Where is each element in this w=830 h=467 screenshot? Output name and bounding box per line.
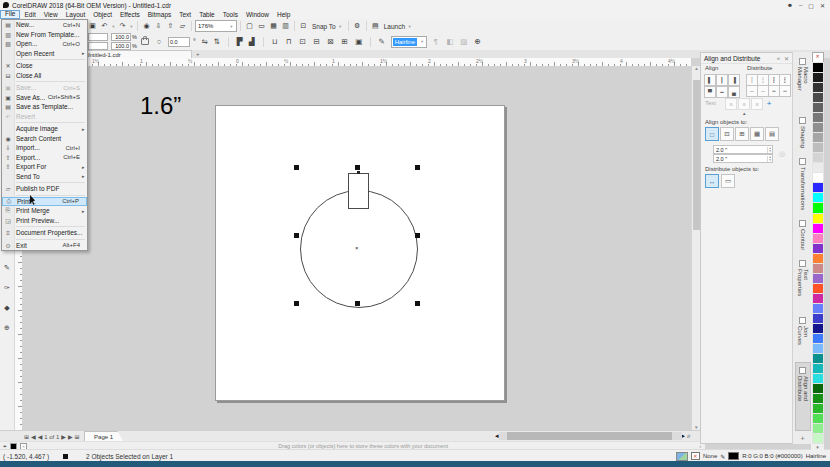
mirror-vertical-button[interactable]: ⇅ [211,36,223,48]
fill-status-label[interactable]: None [703,453,717,459]
docker-tab-join-curves[interactable]: Join Curves [796,313,810,360]
object-position-x-field[interactable] [88,33,108,41]
menu-file[interactable]: File [0,10,20,19]
options-button[interactable]: ⚙ [352,21,363,32]
outline-width-combo[interactable]: Hairline ▾ [391,36,427,48]
add-docker-tab-button[interactable]: + [798,433,806,444]
rectangle-node[interactable] [357,171,360,174]
align-bottom-button[interactable]: ▄ [728,86,740,98]
edit-fill-button[interactable]: ◧ [444,36,456,48]
document-color-profile-icon[interactable] [676,452,688,461]
close-button[interactable]: ✕ [820,2,825,9]
transparency-tool[interactable]: ⊕ [1,322,13,334]
menu-text[interactable]: Text [175,11,195,19]
align-to-grid-button[interactable]: ▦ [750,127,764,141]
spinner-down-icon[interactable]: ▾ [768,150,772,153]
file-menu-new-from-template[interactable]: ▥New From Template... [2,30,87,40]
align-to-page-edge-button[interactable]: ⊡ [720,127,734,141]
menu-object[interactable]: Object [89,11,116,19]
text-baseline-first-button[interactable]: ≡ [725,98,737,110]
menu-table[interactable]: Table [195,11,219,19]
minimize-button[interactable]: – [799,2,802,8]
align-center-horizontal-button[interactable]: ┃ [716,74,728,86]
distribute-to-selection-button[interactable]: ↔ [705,174,719,188]
show-grid-button[interactable]: ▦ [268,21,279,32]
selection-handle[interactable] [415,165,420,170]
snap-to-button[interactable]: Snap To▾ [310,23,345,30]
outline-color-label[interactable]: R:0 G:0 B:0 (#000000) [742,453,802,459]
outline-color-swatch[interactable] [728,452,739,460]
menu-edit[interactable]: Edit [20,11,39,19]
publish-pdf-button[interactable]: ▱ [177,21,188,32]
chevron-down-icon[interactable]: ▾ [129,24,134,29]
chevron-down-icon[interactable]: ▾ [111,24,116,29]
specify-point-button[interactable]: ◎ [777,147,787,161]
first-page-icon[interactable]: ◀ [31,433,36,440]
pen-tool[interactable]: ✎ [1,262,13,274]
restore-button[interactable]: ▢ [808,2,814,9]
file-menu-save-as[interactable]: ▣Save As...Ctrl+Shift+S [2,93,87,103]
object-position-y-field[interactable] [88,42,108,50]
new-document-tab-button[interactable]: + [196,51,200,57]
lock-ratio-icon[interactable] [141,38,149,45]
selection-handle[interactable] [355,165,360,170]
spinner-down-icon[interactable]: ▾ [768,159,772,162]
selection-handle[interactable] [355,301,360,306]
show-rulers-button[interactable]: ▭ [256,21,267,32]
launch-icon[interactable]: ▤ [370,21,381,32]
menu-help[interactable]: Help [273,11,294,19]
align-right-button[interactable]: ▐ [728,74,740,86]
front-minus-back-button[interactable]: ⊠ [325,36,337,48]
menu-effects[interactable]: Effects [116,11,144,19]
selection-handle[interactable] [294,301,299,306]
file-menu-export[interactable]: ⇧Export...Ctrl+E [2,153,87,163]
fill-none-icon[interactable]: ✕ [691,452,700,460]
mirror-horizontal-button[interactable]: ⇋ [199,36,211,48]
horizontal-scrollbar[interactable]: ◂ ▸ ⌕ [495,431,691,440]
import-button[interactable]: ⇩ [153,21,164,32]
file-menu-revert[interactable]: ↶Revert [2,112,87,122]
file-menu-send-to[interactable]: Send To▸ [2,172,87,182]
file-menu-close[interactable]: ✕Close [2,61,87,71]
align-top-button[interactable]: ▀ [704,86,716,98]
align-y-spinner[interactable]: 2.0 " ▴▾ [713,154,773,163]
selection-handle[interactable] [294,233,299,238]
align-to-point-button[interactable]: ▤ [765,127,779,141]
launch-button[interactable]: Launch▾ [382,23,414,30]
file-menu-new[interactable]: ▤New...Ctrl+N [2,20,87,30]
align-to-page-center-button[interactable]: ⊞ [735,127,749,141]
file-menu-print-merge[interactable]: ⎘Print Merge▸ [2,206,87,216]
file-menu-save[interactable]: ▣Save...Ctrl+S [2,83,87,93]
snap-toggle-button[interactable]: ⊡ [298,21,309,32]
file-menu-import[interactable]: ⇩Import...Ctrl+I [2,143,87,153]
artistic-media-tool[interactable]: ✑ [1,282,13,294]
scroll-up-icon[interactable]: ▲ [694,66,698,71]
text-add-button[interactable]: + [764,98,774,108]
docker-collapse-icon[interactable]: « [777,55,780,61]
align-center-vertical-button[interactable]: ━ [716,86,728,98]
trim-button[interactable]: ⊓ [283,36,295,48]
selection-handle[interactable] [415,233,420,238]
file-menu-search-content[interactable]: ◉Search Content [2,134,87,144]
outline-width-label[interactable]: Hairline [806,453,826,459]
file-menu-export-for[interactable]: ⇧Export For▸ [2,162,87,172]
file-menu-open-recent[interactable]: Open Recent▸ [2,49,87,59]
rectangle-object[interactable] [348,173,369,209]
docker-tab-align-and-distribute[interactable]: Align and Distribute [795,362,811,431]
paste-button[interactable]: ▣ [87,21,98,32]
menu-tools[interactable]: Tools [219,11,242,19]
file-menu-save-as-template[interactable]: ▤Save as Template... [2,102,87,112]
text-bounding-box-button[interactable]: ≡ [751,98,763,110]
docker-tab-shaping[interactable]: Shaping [798,113,807,152]
collapse-arrow-icon[interactable]: ▴ [743,110,746,116]
align-to-active-objects-button[interactable]: □ [705,127,719,141]
file-menu-document-properties[interactable]: ≡Document Properties... [2,228,87,238]
quick-customize-button[interactable]: ⊕ [472,36,484,48]
text-baseline-last-button[interactable]: ≡ [738,98,750,110]
simplify-button[interactable]: ⊟ [311,36,323,48]
zoom-tool-icon[interactable]: ⌕ [685,432,691,440]
docker-tab-text-properties[interactable]: Text Properties [796,256,810,311]
zoom-level-combo[interactable]: 176%▾ [195,20,237,32]
align-x-spinner[interactable]: 2.0 " ▴▾ [713,145,773,154]
create-boundary-button[interactable]: ▣ [353,36,365,48]
